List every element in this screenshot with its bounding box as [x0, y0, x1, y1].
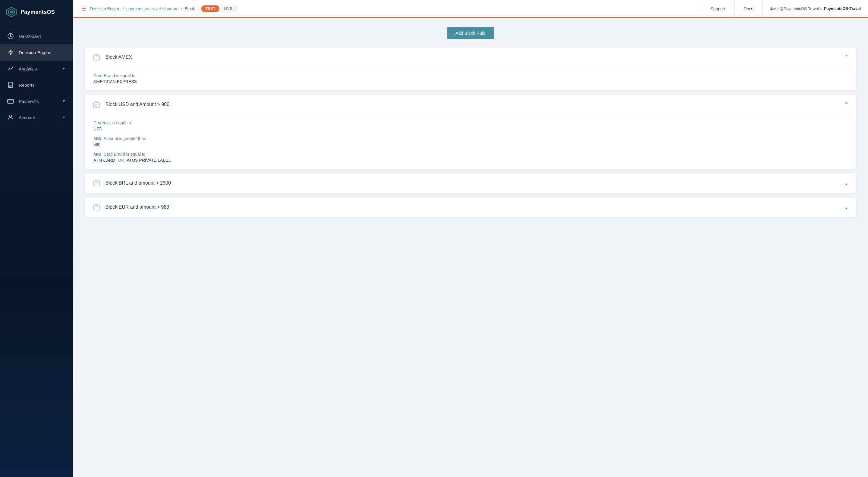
sidebar-item-label: Dashboard: [19, 34, 41, 39]
block-icon-2: [92, 100, 101, 109]
bolt-icon: [7, 49, 14, 56]
rule-card-2: Block USD and Amount > 980 ⌃ Currency is…: [85, 95, 856, 169]
rule-title-4: Block EUR and amount > 980: [105, 204, 844, 210]
condition-and-1: AND: [93, 137, 102, 141]
reports-icon: [7, 81, 14, 88]
svg-rect-10: [7, 99, 13, 103]
breadcrumb-separator-2: /: [181, 6, 182, 11]
sidebar-item-payments[interactable]: Payments ▼: [0, 93, 73, 109]
rule-title-2: Block USD and Amount > 980: [105, 102, 844, 107]
condition-value: AMERICAN EXPRESS: [93, 79, 847, 84]
svg-point-2: [10, 11, 13, 13]
condition-key-card-brand: Card Brand: [103, 152, 125, 157]
condition-key: Card Brand: [93, 73, 115, 78]
sidebar-item-label: Analytics: [19, 66, 37, 71]
account-icon: [7, 114, 14, 121]
main-area: ☰ Decision Engine / paymentsos-travel-st…: [73, 0, 868, 477]
rule-body-2: Currency is equal to USD AND Amount is g…: [85, 114, 856, 169]
condition-line-1: Card Brand is equal to: [93, 73, 847, 78]
condition-line-2-2: AND Amount is greater than: [93, 136, 847, 141]
logo-text: PaymentsOS: [21, 9, 55, 15]
analytics-icon: [7, 65, 14, 72]
live-env-button[interactable]: LIVE: [219, 5, 237, 12]
breadcrumb-separator-1: /: [123, 6, 124, 11]
rule-body-1: Card Brand is equal to AMERICAN EXPRESS: [85, 67, 856, 90]
sidebar-item-label: Reports: [19, 82, 35, 88]
block-icon-4: [92, 203, 101, 211]
rule-toggle-1[interactable]: ⌃: [844, 54, 849, 61]
payments-icon: [7, 98, 14, 104]
rule-header-1[interactable]: Block AMEX ⌃: [85, 47, 856, 67]
sidebar-item-label: Account: [19, 115, 35, 120]
condition-line-2-3: AND Card Brand is equal to: [93, 152, 847, 157]
condition-and-2: AND: [93, 152, 102, 157]
rule-toggle-2[interactable]: ⌃: [844, 101, 849, 108]
rule-condition-2-2: AND Amount is greater than 980: [93, 136, 847, 147]
dashboard-icon: [7, 33, 14, 39]
test-env-button[interactable]: TEST: [201, 5, 220, 12]
topbar-links: Support Docs demo@PaymentsOS-Travel.it, …: [701, 0, 868, 18]
sidebar-item-decision-engine[interactable]: Decision Engine: [0, 44, 73, 61]
condition-value-amount: 980: [93, 142, 847, 147]
rule-card-4: Block EUR and amount > 980 ⌄: [85, 198, 856, 217]
condition-operator: is equal to: [116, 73, 135, 78]
rule-condition-2-3: AND Card Brand is equal to ATM CARD OR A…: [93, 152, 847, 163]
sidebar-item-label: Decision Engine: [19, 50, 51, 55]
condition-key-currency: Currency: [93, 121, 111, 125]
chevron-down-icon: ▼: [62, 115, 66, 120]
user-menu[interactable]: demo@PaymentsOS-Travel.it, PaymentsOS-Tr…: [763, 0, 868, 18]
rule-toggle-4[interactable]: ⌄: [844, 204, 849, 210]
block-icon-3: [92, 179, 101, 187]
breadcrumb: Decision Engine / paymentsos-travel-stan…: [90, 6, 195, 11]
svg-rect-12: [8, 102, 10, 102]
chevron-down-icon: ▼: [62, 99, 66, 103]
svg-point-13: [9, 115, 12, 117]
svg-rect-6: [8, 82, 13, 88]
svg-point-5: [12, 67, 13, 68]
sidebar-item-analytics[interactable]: Analytics ▼: [0, 61, 73, 77]
chevron-down-icon: ▼: [62, 67, 66, 71]
content-area: Add Block Rule Block AMEX ⌃: [73, 18, 868, 477]
condition-value-card-brand: ATM CARD OR ATOS PRIVATE LABEL: [93, 158, 847, 163]
rule-condition-2-1: Currency is equal to USD: [93, 121, 847, 131]
or-separator: OR: [118, 158, 124, 163]
rule-header-4[interactable]: Block EUR and amount > 980 ⌄: [85, 198, 856, 217]
breadcrumb-area: ☰ Decision Engine / paymentsos-travel-st…: [73, 5, 701, 12]
condition-key-amount: Amount: [103, 136, 118, 141]
breadcrumb-current: Block: [184, 6, 195, 11]
sidebar-item-reports[interactable]: Reports: [0, 77, 73, 93]
rule-header-2[interactable]: Block USD and Amount > 980 ⌃: [85, 95, 856, 114]
env-toggle: TEST LIVE: [201, 5, 237, 12]
sidebar-nav: Dashboard Decision Engine Analytics ▼: [0, 24, 73, 477]
docs-link[interactable]: Docs: [735, 0, 763, 18]
condition-op-currency: is equal to: [112, 121, 131, 125]
sidebar: PaymentsOS Dashboard Decision Engine: [0, 0, 73, 477]
rule-toggle-3[interactable]: ⌄: [844, 180, 849, 186]
rule-condition-1-1: Card Brand is equal to AMERICAN EXPRESS: [93, 73, 847, 84]
rule-header-3[interactable]: Block BRL and amount > 2900 ⌄: [85, 173, 856, 193]
condition-op-amount: is greater than: [119, 136, 146, 141]
sidebar-logo: PaymentsOS: [0, 0, 73, 24]
user-email: demo@PaymentsOS-Travel.it,: [770, 6, 823, 11]
condition-op-card-brand: is equal to: [126, 152, 146, 157]
rule-title-1: Block AMEX: [105, 55, 844, 60]
support-link[interactable]: Support: [701, 0, 735, 18]
hamburger-icon[interactable]: ☰: [82, 5, 86, 12]
user-account: PaymentsOS-Travel: [824, 6, 861, 11]
sidebar-item-dashboard[interactable]: Dashboard: [0, 28, 73, 44]
rule-card-3: Block BRL and amount > 2900 ⌄: [85, 173, 856, 193]
sidebar-item-label: Payments: [19, 99, 39, 104]
logo-icon: [6, 7, 17, 18]
breadcrumb-decision-engine[interactable]: Decision Engine: [90, 6, 120, 11]
condition-value-currency: USD: [93, 127, 847, 131]
add-block-rule-button[interactable]: Add Block Rule: [447, 27, 494, 39]
block-icon-1: [92, 53, 101, 61]
rule-title-3: Block BRL and amount > 2900: [105, 180, 844, 186]
breadcrumb-provider[interactable]: paymentsos-travel-standard: [126, 6, 179, 11]
rule-card-1: Block AMEX ⌃ Card Brand is equal to AMER…: [85, 47, 856, 90]
condition-line-2-1: Currency is equal to: [93, 121, 847, 125]
topbar: ☰ Decision Engine / paymentsos-travel-st…: [73, 0, 868, 18]
sidebar-item-account[interactable]: Account ▼: [0, 109, 73, 126]
svg-point-4: [10, 36, 11, 37]
